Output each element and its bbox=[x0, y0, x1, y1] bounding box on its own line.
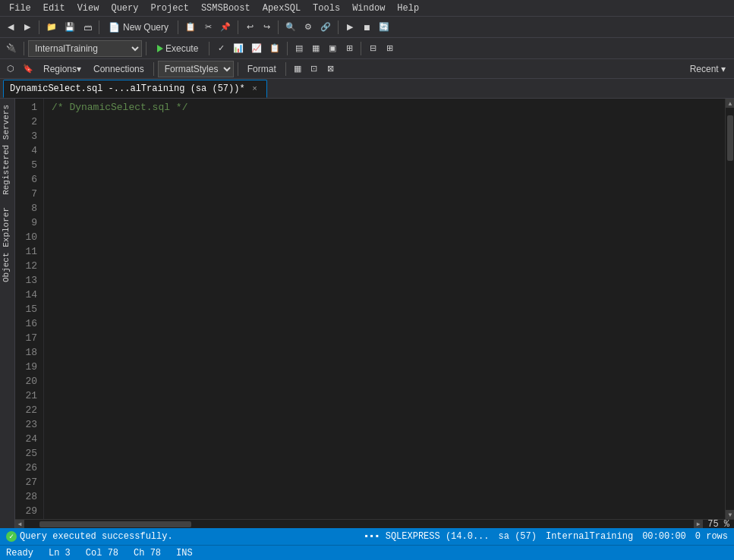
menu-ssmsboost[interactable]: SSMSBoost bbox=[195, 2, 257, 15]
object-explorer-tab[interactable]: Object Explorer bbox=[0, 201, 14, 288]
tb2-btn-5[interactable]: ⊟ bbox=[365, 40, 380, 57]
format-button[interactable]: Format bbox=[242, 61, 282, 77]
menu-help[interactable]: Help bbox=[391, 2, 425, 15]
tb2-btn-3[interactable]: ▣ bbox=[325, 40, 340, 57]
format-label: Format bbox=[247, 64, 276, 74]
tb-btn-5[interactable]: ↪ bbox=[259, 19, 274, 36]
tab-close-button[interactable]: × bbox=[250, 83, 260, 94]
menu-tools[interactable]: Tools bbox=[307, 2, 346, 15]
tb-btn-4[interactable]: ↩ bbox=[242, 19, 257, 36]
line-number: 8 bbox=[18, 201, 37, 216]
regions-chevron: ▾ bbox=[77, 64, 81, 74]
menu-bar: File Edit View Query Project SSMSBoost A… bbox=[0, 0, 734, 17]
tb2-btn-2[interactable]: ▦ bbox=[308, 40, 323, 57]
tb-btn-6[interactable]: 🔍 bbox=[282, 19, 299, 36]
open-button[interactable]: 📁 bbox=[43, 19, 60, 36]
scroll-h-track[interactable] bbox=[24, 520, 694, 528]
recent-button[interactable]: Recent ▾ bbox=[685, 61, 731, 77]
tb-btn-8[interactable]: 🔗 bbox=[317, 19, 334, 36]
scroll-thumb[interactable] bbox=[727, 115, 733, 161]
tb-btn-3[interactable]: 📌 bbox=[217, 19, 234, 36]
tb3-btn-3[interactable]: ⊠ bbox=[323, 61, 339, 77]
tb2-btn-6[interactable]: ⊞ bbox=[382, 40, 397, 57]
actual-plan-btn[interactable]: 📈 bbox=[248, 40, 265, 57]
tb-btn-2[interactable]: ✂ bbox=[200, 19, 216, 36]
editor-content: 1234567891011121314151617181920212223242… bbox=[15, 99, 734, 519]
back-button[interactable]: ◀ bbox=[3, 19, 18, 36]
separator-t2-4 bbox=[287, 42, 288, 55]
tb-btn-7[interactable]: ⚙ bbox=[301, 19, 316, 36]
estimated-plan-btn[interactable]: 📊 bbox=[230, 40, 247, 57]
code-editor[interactable]: /* DynamicSelect.sql */ bbox=[44, 99, 725, 519]
format-styles-dropdown[interactable]: FormatStyles bbox=[158, 61, 234, 77]
menu-file[interactable]: File bbox=[3, 2, 37, 15]
separator-t3-3 bbox=[285, 62, 286, 76]
status-right: ▪▪▪ SQLEXPRESS (14.0... sa (57) Internal… bbox=[364, 531, 728, 542]
line-number: 15 bbox=[18, 302, 37, 316]
info-ready: Ready bbox=[6, 548, 33, 558]
ssmsboost-btn-1[interactable]: ⬡ bbox=[3, 61, 18, 77]
scroll-right-arrow[interactable]: ▶ bbox=[694, 520, 703, 529]
connection-btn[interactable]: 🔌 bbox=[3, 40, 20, 57]
registered-servers-tab[interactable]: Registered Servers bbox=[0, 99, 14, 201]
line-number: 10 bbox=[18, 230, 37, 244]
tb3-btn-2[interactable]: ⊡ bbox=[307, 61, 322, 77]
execute-button[interactable]: Execute bbox=[150, 40, 205, 57]
horizontal-scrollbar[interactable]: ◀ ▶ 75 % bbox=[15, 519, 734, 528]
vertical-scrollbar[interactable]: ▲ ▼ bbox=[725, 99, 734, 519]
database-dropdown[interactable]: InternalTraining bbox=[28, 40, 142, 57]
editor-area: 1234567891011121314151617181920212223242… bbox=[15, 99, 734, 528]
separator-t2-2 bbox=[146, 42, 146, 55]
connections-button[interactable]: Connections bbox=[88, 61, 150, 77]
save-all-button[interactable]: 🗃 bbox=[80, 19, 95, 36]
status-bar: ✓ Query executed successfully. ▪▪▪ SQLEX… bbox=[0, 528, 734, 545]
separator-1 bbox=[39, 20, 39, 34]
toolbar2: 🔌 InternalTraining Execute ✓ 📊 📈 📋 ▤ ▦ ▣… bbox=[0, 38, 734, 59]
line-number: 25 bbox=[18, 446, 37, 461]
tab-bar: DynamicSelect.sql -...alTraining (sa (57… bbox=[0, 79, 734, 99]
save-button[interactable]: 💾 bbox=[61, 19, 78, 36]
tb-btn-9[interactable]: ▶ bbox=[342, 19, 358, 36]
menu-edit[interactable]: Edit bbox=[37, 2, 71, 15]
line-number: 27 bbox=[18, 475, 37, 489]
scroll-track[interactable] bbox=[726, 108, 734, 510]
line-number: 22 bbox=[18, 403, 37, 417]
forward-button[interactable]: ▶ bbox=[20, 19, 35, 36]
tb-btn-10[interactable]: ⏹ bbox=[359, 19, 374, 36]
line-number: 9 bbox=[18, 216, 37, 230]
tb2-btn-4[interactable]: ⊞ bbox=[342, 40, 357, 57]
parse-btn[interactable]: ✓ bbox=[213, 40, 228, 57]
scroll-down-arrow[interactable]: ▼ bbox=[726, 510, 734, 519]
new-query-label: New Query bbox=[123, 22, 169, 33]
menu-window[interactable]: Window bbox=[346, 2, 391, 15]
server-icon: ▪▪▪ bbox=[364, 531, 386, 542]
ssmsboost-btn-2[interactable]: 🔖 bbox=[20, 61, 36, 77]
regions-label: Regions bbox=[43, 64, 77, 74]
line-number: 18 bbox=[18, 345, 37, 360]
separator-t2-1 bbox=[24, 42, 24, 55]
scroll-h-thumb[interactable] bbox=[39, 521, 191, 527]
scroll-up-arrow[interactable]: ▲ bbox=[726, 99, 734, 108]
info-col: Col 78 bbox=[86, 548, 118, 558]
new-query-button[interactable]: 📄 New Query bbox=[103, 19, 174, 36]
tb-btn-1[interactable]: 📋 bbox=[182, 19, 199, 36]
status-success: ✓ Query executed successfully. bbox=[6, 531, 173, 542]
tb3-btn-1[interactable]: ▦ bbox=[290, 61, 305, 77]
menu-apexsql[interactable]: ApexSQL bbox=[257, 2, 307, 15]
separator-t2-5 bbox=[361, 42, 361, 55]
active-tab[interactable]: DynamicSelect.sql -...alTraining (sa (57… bbox=[3, 80, 267, 98]
tb-btn-11[interactable]: 🔄 bbox=[376, 19, 392, 36]
line-number: 17 bbox=[18, 331, 37, 345]
scroll-left-arrow[interactable]: ◀ bbox=[15, 520, 24, 529]
main-area: Registered Servers Object Explorer 12345… bbox=[0, 99, 734, 528]
menu-view[interactable]: View bbox=[71, 2, 106, 15]
line-number: 14 bbox=[18, 288, 37, 302]
menu-query[interactable]: Query bbox=[105, 2, 144, 15]
regions-button[interactable]: Regions ▾ bbox=[38, 61, 87, 77]
results-btn[interactable]: 📋 bbox=[266, 40, 283, 57]
line-number: 6 bbox=[18, 172, 37, 187]
tb2-btn-1[interactable]: ▤ bbox=[291, 40, 307, 57]
separator-3 bbox=[178, 20, 178, 34]
menu-project[interactable]: Project bbox=[144, 2, 194, 15]
code-line: /* DynamicSelect.sql */ bbox=[52, 100, 725, 115]
